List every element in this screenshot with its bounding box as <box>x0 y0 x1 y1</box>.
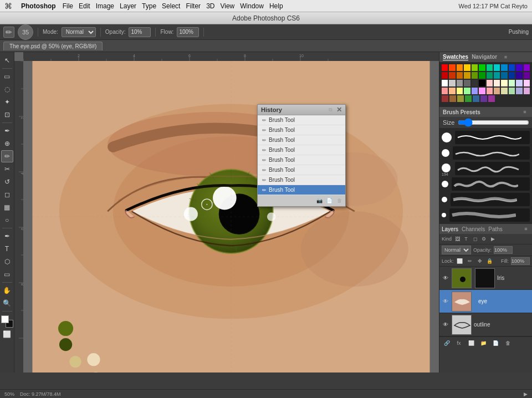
swatch-pale-green[interactable] <box>464 88 470 94</box>
swatch-orange-red[interactable] <box>449 64 455 71</box>
swatch-dark-teal[interactable] <box>487 72 493 79</box>
swatch-purple[interactable] <box>524 64 530 71</box>
swatch-plum[interactable] <box>488 95 495 102</box>
opacity-input[interactable] <box>129 27 151 37</box>
swatch-light-blue[interactable] <box>516 80 522 86</box>
kind-type[interactable]: T <box>462 235 470 243</box>
lasso-tool[interactable]: ◌ <box>1 83 13 95</box>
swatch-dark-orange[interactable] <box>449 72 455 79</box>
history-new-snapshot[interactable]: 📷 <box>315 197 323 205</box>
swatch-maroon[interactable] <box>442 95 448 102</box>
swatch-brown[interactable] <box>449 95 456 102</box>
history-panel-close[interactable]: ✕ <box>336 106 342 114</box>
brush-item-wide[interactable] <box>442 208 530 222</box>
swatch-forest[interactable] <box>465 95 472 102</box>
swatch-skin[interactable] <box>449 88 455 94</box>
fg-color[interactable] <box>1 315 9 323</box>
lock-all[interactable]: 🔒 <box>486 257 494 265</box>
swatch-pale-blue[interactable] <box>472 88 478 94</box>
swatch-gray[interactable] <box>457 80 463 86</box>
layer-vis-iris[interactable]: 👁 <box>442 274 449 282</box>
history-new-doc[interactable]: 📄 <box>325 197 333 205</box>
swatch-violet[interactable] <box>516 64 522 71</box>
menu-3d[interactable]: 3D <box>206 2 214 10</box>
brush-item-soft-round[interactable] <box>442 146 530 160</box>
brush-tool[interactable]: ✏ <box>1 150 13 162</box>
swatch-yellow-green[interactable] <box>472 64 478 71</box>
history-delete[interactable]: 🗑 <box>335 197 343 205</box>
swatch-tan[interactable] <box>494 88 500 94</box>
menu-layer[interactable]: Layer <box>120 2 136 10</box>
canvas-content[interactable] <box>23 61 439 373</box>
swatch-light-purple[interactable] <box>524 80 530 86</box>
swatch-sage[interactable] <box>509 88 515 94</box>
eraser-tool[interactable]: ◻ <box>1 188 13 201</box>
dodge-tool[interactable]: ○ <box>1 214 13 226</box>
tab-layers[interactable]: Layers <box>442 226 458 232</box>
bp-menu[interactable]: ≡ <box>521 108 529 116</box>
marquee-tool[interactable]: ▭ <box>1 70 13 83</box>
history-item-5[interactable]: Brush Tool <box>258 165 345 175</box>
layer-vis-outline[interactable]: 👁 <box>442 321 449 329</box>
lock-transparent[interactable]: ⬜ <box>456 257 464 265</box>
swatch-dark-purple[interactable] <box>524 72 530 79</box>
swatch-dark-olive[interactable] <box>457 95 464 102</box>
swatch-light-pink[interactable] <box>487 80 493 86</box>
layer-fill-input[interactable] <box>511 257 530 265</box>
nav-arrow[interactable]: ▶ <box>524 391 528 397</box>
gradient-tool[interactable]: ▦ <box>1 201 13 213</box>
brush-item-textured[interactable] <box>442 193 530 206</box>
history-item-7[interactable]: Brush Tool <box>258 185 345 195</box>
swatch-dark-violet[interactable] <box>516 72 522 79</box>
menu-view[interactable]: View <box>220 2 234 10</box>
swatch-dark-cyan[interactable] <box>494 72 500 79</box>
tab-swatches[interactable]: Swatches <box>443 54 468 60</box>
mode-select[interactable]: Normal Multiply Screen <box>62 27 96 37</box>
pen-tool[interactable]: ✒ <box>1 230 13 242</box>
blend-mode-select[interactable]: Normal Multiply <box>442 246 471 254</box>
layer-item-iris[interactable]: 👁 Iris <box>439 267 532 290</box>
swatch-indigo[interactable] <box>480 95 487 102</box>
swatch-peach[interactable] <box>494 80 500 86</box>
canvas-area[interactable]: 2 4 6 8 10 <box>14 52 439 373</box>
flow-input[interactable] <box>177 27 199 37</box>
swatch-sky[interactable] <box>501 64 507 71</box>
quick-select-tool[interactable]: ✦ <box>1 96 13 108</box>
history-item-0[interactable]: Brush Tool <box>258 115 345 125</box>
layer-link[interactable]: 🔗 <box>443 339 451 347</box>
swatch-steel-blue[interactable] <box>473 95 479 102</box>
brush-item-hard-round-lg[interactable] <box>442 131 530 144</box>
swatches-menu[interactable]: ≡ <box>502 53 509 61</box>
menu-window[interactable]: Window <box>240 2 264 10</box>
layer-fx[interactable]: fx <box>455 339 463 347</box>
menu-help[interactable]: Help <box>269 2 283 10</box>
layers-menu[interactable]: ≡ <box>522 225 530 233</box>
text-tool[interactable]: T <box>1 243 13 255</box>
menu-edit[interactable]: Edit <box>79 2 90 10</box>
kind-video[interactable]: ▶ <box>489 235 497 243</box>
lock-move[interactable]: ✥ <box>476 257 484 265</box>
swatch-pale-pink[interactable] <box>479 88 485 94</box>
layer-create[interactable]: 📄 <box>492 339 499 347</box>
menu-type[interactable]: Type <box>142 2 156 10</box>
brush-item-194[interactable]: 194 <box>442 162 530 175</box>
menu-image[interactable]: Image <box>96 2 114 10</box>
crop-tool[interactable]: ⊡ <box>1 109 13 121</box>
menu-select[interactable]: Select <box>162 2 180 10</box>
swatch-periwinkle[interactable] <box>516 88 522 94</box>
swatch-dark-blue[interactable] <box>509 72 515 79</box>
move-tool[interactable]: ↖ <box>1 54 13 67</box>
quick-mask[interactable]: ⬜ <box>1 328 13 340</box>
brush-size-slider[interactable] <box>458 120 529 125</box>
swatch-khaki[interactable] <box>501 88 507 94</box>
doc-tab-item[interactable]: The eye.psd @ 50% (eye, RGB/8#) <box>3 42 103 50</box>
swatch-green[interactable] <box>479 64 485 71</box>
layer-item-eye[interactable]: 👁 eye <box>439 290 532 313</box>
menu-file[interactable]: File <box>63 2 73 10</box>
menu-filter[interactable]: Filter <box>186 2 201 10</box>
kind-smart[interactable]: ⚙ <box>480 235 488 243</box>
swatch-light-yellow[interactable] <box>501 80 507 86</box>
layer-mask[interactable]: ⬜ <box>467 339 475 347</box>
tab-navigator[interactable]: Navigator <box>472 54 497 60</box>
swatch-yellow[interactable] <box>464 64 470 71</box>
